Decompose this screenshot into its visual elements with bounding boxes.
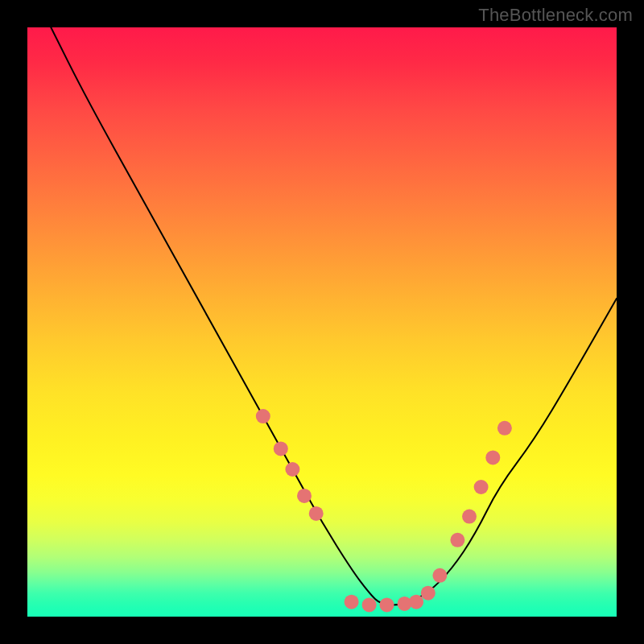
marker-dot — [380, 597, 394, 612]
bottleneck-curve — [51, 27, 617, 605]
marker-dot — [256, 409, 270, 423]
marker-dot — [450, 533, 464, 547]
marker-dot — [432, 568, 447, 583]
marker-dot — [474, 480, 489, 494]
highlight-dots — [256, 409, 512, 612]
marker-dot — [309, 506, 324, 521]
marker-dot — [462, 510, 477, 524]
chart-svg — [27, 27, 617, 617]
marker-dot — [362, 597, 377, 612]
marker-dot — [345, 595, 359, 609]
marker-dot — [421, 586, 436, 601]
marker-dot — [497, 421, 512, 436]
marker-dot — [409, 595, 423, 609]
marker-dot — [485, 450, 500, 464]
marker-dot — [285, 462, 299, 477]
plot-area — [27, 27, 617, 617]
marker-dot — [297, 489, 312, 503]
marker-dot — [274, 441, 288, 456]
attribution-text: TheBottleneck.com — [478, 5, 633, 26]
